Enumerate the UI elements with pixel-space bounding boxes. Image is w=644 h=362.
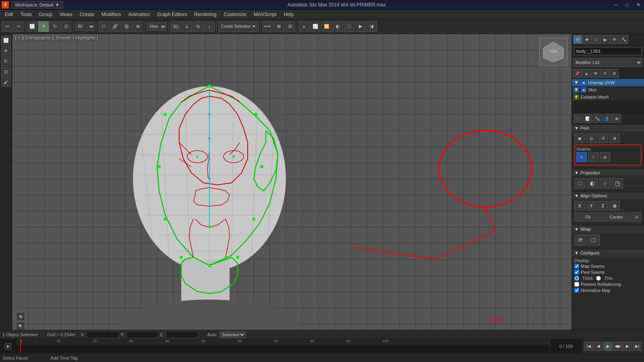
render-setup-button[interactable]: 🎥 xyxy=(344,21,354,32)
align-z-btn[interactable]: Z xyxy=(598,201,608,211)
menu-tools[interactable]: Tools xyxy=(17,11,35,18)
panel-icon-create[interactable]: ✚ xyxy=(582,35,591,44)
pan-control[interactable]: ✥ xyxy=(16,312,25,321)
proj-btn-cylinder[interactable]: ◐ xyxy=(587,178,598,188)
proj-btn-box[interactable]: ◳ xyxy=(612,178,623,188)
named-sets-button[interactable]: Create Selection ▼ xyxy=(218,21,259,32)
view-combo[interactable]: View xyxy=(147,22,167,31)
mod-configure-button[interactable]: ⚙ xyxy=(610,69,619,78)
mod-move-down-button[interactable]: ▼ xyxy=(591,69,600,78)
minimize-button[interactable]: ─ xyxy=(610,0,621,10)
link-button[interactable]: 🔗 xyxy=(110,21,120,32)
undo-button[interactable]: ↩ xyxy=(2,21,12,32)
divider-btn-4[interactable]: 👤 xyxy=(603,114,611,123)
divider-btn-1[interactable]: ⬛ xyxy=(574,114,582,123)
left-move-btn[interactable]: ✛ xyxy=(1,46,11,56)
thick-radio[interactable] xyxy=(574,276,579,281)
peel-header[interactable]: ▼ Peel xyxy=(572,124,644,132)
panel-icon-motion[interactable]: ▶ xyxy=(601,35,610,44)
menu-modifiers[interactable]: Modifiers xyxy=(98,11,124,18)
animation-mode-btn[interactable]: ▶ xyxy=(0,339,16,353)
viewport[interactable]: [ + ][ Orthographic ][ Smooth + Highligh… xyxy=(12,34,572,339)
layer-button[interactable]: ≡ xyxy=(299,21,309,32)
angle-snap-button[interactable]: ∠ xyxy=(182,21,192,32)
schematic-button[interactable]: 🔀 xyxy=(321,21,332,32)
go-end-button[interactable]: ▶| xyxy=(633,342,642,351)
align-header[interactable]: ▼ Align Options: xyxy=(572,192,644,199)
spinner-snap-button[interactable]: ↕ xyxy=(204,21,215,32)
select-obj-button[interactable]: ⬡ xyxy=(99,21,109,32)
menu-rendering[interactable]: Rendering xyxy=(191,11,219,18)
wrap-btn-1[interactable]: ⟳ xyxy=(574,234,586,246)
timeline-track[interactable]: 0 10 20 30 40 50 60 70 80 90 100 xyxy=(16,339,550,353)
zoom-control[interactable]: 🔍 xyxy=(16,322,25,331)
unlink-button[interactable]: ⛓ xyxy=(121,21,132,32)
menu-graph-editors[interactable]: Graph Editors xyxy=(154,11,190,18)
seams-btn-edit[interactable]: ✎ xyxy=(576,152,587,162)
track-view-button[interactable]: 📈 xyxy=(310,21,321,32)
bind-button[interactable]: ⊕ xyxy=(133,21,143,32)
modifier-skin[interactable]: 💡 ◉ Skin xyxy=(572,86,644,93)
panel-icon-display[interactable]: 👁 xyxy=(610,35,619,44)
peel-btn-2[interactable]: ◎ xyxy=(586,133,596,143)
mod-move-up-button[interactable]: ▲ xyxy=(582,69,591,78)
filter-combo[interactable]: All xyxy=(75,22,95,31)
panel-icon-hierarchy[interactable]: ⬡ xyxy=(592,35,601,44)
mod-delete-button[interactable]: ✕ xyxy=(601,69,609,78)
play-reverse-button[interactable]: ◀▶ xyxy=(613,342,622,351)
wrap-header[interactable]: ▼ Wrap xyxy=(572,225,644,233)
select-button[interactable]: ⬜ xyxy=(27,21,37,32)
modifier-editable-mesh[interactable]: 💡 Editable Mesh xyxy=(572,93,644,101)
menu-customize[interactable]: Customize xyxy=(220,11,250,18)
align-x-btn[interactable]: X xyxy=(574,201,585,211)
fit-button[interactable]: Fit xyxy=(574,213,602,221)
object-name-input[interactable]: body__L001 xyxy=(574,47,642,55)
snap-3d-button[interactable]: 3D xyxy=(170,21,181,32)
close-button[interactable]: ✕ xyxy=(633,0,644,10)
prev-frame-button[interactable]: ◀ xyxy=(594,342,603,351)
prevent-reflattening-checkbox[interactable] xyxy=(574,282,579,287)
align-grid-btn[interactable]: ⊞ xyxy=(609,201,620,211)
x-field[interactable] xyxy=(87,331,119,338)
play-button[interactable]: ▶ xyxy=(604,342,613,351)
left-scale-btn[interactable]: ⊡ xyxy=(1,67,11,77)
render-button[interactable]: ▶ xyxy=(355,21,366,32)
proj-btn-sphere[interactable]: ○ xyxy=(599,178,611,188)
mirror-button[interactable]: ⟺ xyxy=(262,21,273,32)
configure-header[interactable]: ▼ Configure xyxy=(572,249,644,257)
divider-btn-3[interactable]: 🔧 xyxy=(593,114,602,123)
z-field[interactable] xyxy=(166,331,198,338)
peel-btn-1[interactable]: ◉ xyxy=(574,133,585,143)
move-button[interactable]: ✛ xyxy=(38,21,49,32)
peel-btn-4[interactable]: ★ xyxy=(609,133,620,143)
material-button[interactable]: ◐ xyxy=(333,21,343,32)
modifier-dropdown[interactable]: Modifier List xyxy=(574,58,642,67)
menu-maxscript[interactable]: MAXScript xyxy=(251,11,280,18)
center-button[interactable]: Center xyxy=(603,213,630,221)
workspace-selector[interactable]: Workspace: Default ▼ xyxy=(11,1,63,8)
proj-btn-flat[interactable]: □ xyxy=(574,178,586,188)
timeline-playhead[interactable] xyxy=(20,339,21,353)
divider-btn-5[interactable]: ⊕ xyxy=(612,114,621,123)
next-frame-button[interactable]: ▶ xyxy=(623,342,632,351)
menu-group[interactable]: Group xyxy=(36,11,56,18)
left-rotate-btn[interactable]: ↻ xyxy=(1,56,11,66)
normalize-map-checkbox[interactable] xyxy=(574,288,579,293)
scale-button[interactable]: ⊡ xyxy=(61,21,71,32)
left-select-btn[interactable]: ⬜ xyxy=(1,35,11,45)
menu-views[interactable]: Views xyxy=(56,11,76,18)
thin-radio[interactable] xyxy=(596,276,601,281)
panel-icon-modify[interactable]: ⚙ xyxy=(573,35,582,44)
projection-header[interactable]: ▼ Projection xyxy=(572,169,644,176)
menu-animation[interactable]: Animation xyxy=(125,11,153,18)
divider-btn-2[interactable]: 📝 xyxy=(583,114,592,123)
modifier-unwrap-uvw[interactable]: 💡 ◉ Unwrap UVW xyxy=(572,79,644,86)
left-paint-btn[interactable]: 🖌 xyxy=(1,77,11,87)
menu-edit[interactable]: Edit xyxy=(2,11,17,18)
peel-btn-3[interactable]: ↺ xyxy=(598,133,608,143)
activeshade-button[interactable]: ◑ xyxy=(367,21,377,32)
seams-btn-cross[interactable]: ⊕ xyxy=(600,152,610,162)
wrap-btn-2[interactable]: ⬡ xyxy=(588,234,600,246)
align-y-btn[interactable]: Y xyxy=(586,201,596,211)
pct-snap-button[interactable]: % xyxy=(193,21,203,32)
